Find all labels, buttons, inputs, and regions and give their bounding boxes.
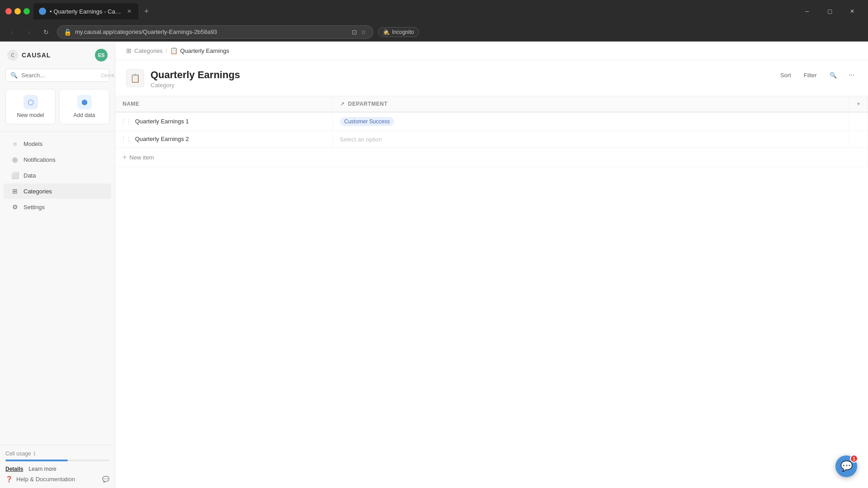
reload-btn[interactable]: ↻ — [40, 26, 52, 38]
categories-label: Categories — [24, 188, 52, 195]
new-item-label: New item — [129, 154, 154, 161]
window-maximize-btn[interactable] — [24, 8, 30, 14]
sidebar-item-categories[interactable]: ⊞ Categories — [4, 183, 111, 199]
current-bc-icon: 📋 — [170, 47, 178, 54]
breadcrumb: ⊞ Categories / 📋 Quarterly Earnings — [115, 42, 868, 60]
row1-department-cell[interactable]: Customer Success — [332, 112, 849, 131]
search-input[interactable] — [21, 72, 97, 79]
learn-more-link[interactable]: Learn more — [28, 466, 56, 472]
main-content: ⊞ Categories / 📋 Quarterly Earnings 📋 Qu… — [115, 42, 868, 488]
filter-btn[interactable]: Filter — [800, 70, 821, 80]
chat-badge: 1 — [850, 455, 858, 463]
win-minimize-btn[interactable]: ─ — [797, 4, 817, 19]
table-row: ⋮⋮ Quarterly Earnings 2 Select an option — [115, 131, 868, 148]
breadcrumb-categories-label: Categories — [134, 47, 163, 54]
row-handle: ⋮⋮ — [123, 118, 130, 125]
help-icon: ❓ — [5, 476, 13, 483]
usage-links: Details Learn more — [5, 466, 109, 472]
table-area: Name ↗ Department + ⋮⋮ — [115, 96, 868, 488]
new-tab-btn[interactable]: + — [140, 5, 153, 18]
info-icon: ℹ — [33, 450, 36, 457]
row2-name: Quarterly Earnings 2 — [135, 136, 189, 142]
cell-usage-label: Cell usage ℹ — [5, 450, 109, 457]
search-bar[interactable]: 🔍 Ctrl+K — [5, 69, 109, 82]
col-department: ↗ Department — [332, 96, 849, 112]
win-close-btn[interactable]: ✕ — [842, 4, 863, 19]
page-title-area: Quarterly Earnings Category — [151, 69, 777, 89]
quick-actions: ⬡ New model ⬢ Add data — [0, 85, 115, 130]
tab-close-btn[interactable]: ✕ — [126, 8, 133, 15]
row2-name-cell[interactable]: ⋮⋮ Quarterly Earnings 2 — [115, 131, 332, 148]
row2-extra-cell — [849, 131, 868, 148]
add-item-row: + New item — [115, 148, 868, 167]
row-handle: ⋮⋮ — [123, 136, 130, 143]
col-add[interactable]: + — [849, 96, 868, 112]
bookmark-icon[interactable]: ☆ — [361, 28, 367, 36]
window-minimize-btn[interactable] — [14, 8, 21, 14]
url-bar[interactable]: 🔒 my.causal.app/categories/Quarterly-Ear… — [57, 25, 373, 39]
settings-label: Settings — [24, 204, 45, 211]
search-shortcut: Ctrl+K — [101, 73, 115, 78]
data-table: Name ↗ Department + ⋮⋮ — [115, 96, 868, 167]
help-row[interactable]: ❓ Help & Documentation 💬 — [5, 472, 109, 483]
chat-btn[interactable]: 💬 1 — [835, 455, 857, 477]
select-placeholder: Select an option — [340, 136, 382, 143]
details-link[interactable]: Details — [5, 466, 23, 472]
new-model-btn[interactable]: ⬡ New model — [5, 89, 56, 124]
add-column-icon[interactable]: + — [857, 101, 860, 107]
add-data-btn[interactable]: ⬢ Add data — [59, 89, 109, 124]
nav-items: ○ Models ◎ Notifications ⬜ Data ⊞ Catego… — [0, 134, 115, 217]
cast-icon[interactable]: ⊡ — [352, 28, 357, 36]
lock-icon: 🔒 — [64, 28, 71, 36]
new-item-btn[interactable]: + New item — [123, 151, 860, 163]
notifications-label: Notifications — [24, 156, 56, 163]
models-label: Models — [24, 141, 42, 147]
search-action-btn[interactable]: 🔍 — [826, 70, 840, 80]
help-label: Help & Documentation — [16, 476, 75, 483]
sort-btn[interactable]: Sort — [777, 70, 795, 80]
more-actions-btn[interactable]: ··· — [846, 69, 857, 81]
tab-title: • Quarterly Earnings - Causal — [50, 8, 122, 15]
incognito-icon: 🕵 — [383, 29, 390, 35]
add-item-cell[interactable]: + New item — [115, 148, 868, 167]
categories-bc-icon: ⊞ — [126, 47, 132, 54]
chat-icon: 💬 — [102, 476, 109, 483]
sidebar: C CAUSAL ES 🔍 Ctrl+K ⬡ New model ⬢ Add d… — [0, 42, 115, 488]
active-tab[interactable]: • Quarterly Earnings - Causal ✕ — [33, 3, 138, 19]
back-btn[interactable]: ‹ — [5, 26, 18, 38]
plus-icon: + — [123, 153, 127, 161]
breadcrumb-categories[interactable]: ⊞ Categories — [126, 47, 163, 54]
logo-area: C CAUSAL — [7, 50, 51, 61]
chat-btn-icon: 💬 — [840, 460, 853, 472]
notifications-icon: ◎ — [11, 155, 19, 164]
logo-icon: C — [7, 50, 18, 61]
sidebar-item-notifications[interactable]: ◎ Notifications — [4, 152, 111, 167]
win-restore-btn[interactable]: ▢ — [819, 4, 840, 19]
page-subtitle: Category — [151, 82, 777, 89]
table-header-row: Name ↗ Department + — [115, 96, 868, 112]
sidebar-item-data[interactable]: ⬜ Data — [4, 168, 111, 183]
row1-name-cell[interactable]: ⋮⋮ Quarterly Earnings 1 — [115, 112, 332, 131]
customer-success-tag[interactable]: Customer Success — [340, 117, 395, 126]
window-close-btn[interactable] — [5, 8, 12, 14]
new-model-icon: ⬡ — [24, 95, 38, 109]
page-icon: 📋 — [126, 69, 144, 87]
incognito-badge[interactable]: 🕵 Incognito — [378, 27, 419, 37]
tab-bar: • Quarterly Earnings - Causal ✕ + — [33, 0, 793, 23]
sidebar-item-settings[interactable]: ⚙ Settings — [4, 199, 111, 215]
row2-department-cell[interactable]: Select an option — [332, 131, 849, 148]
url-text: my.causal.app/categories/Quarterly-Earni… — [75, 28, 348, 35]
col-name: Name — [115, 96, 332, 112]
department-link-icon: ↗ — [340, 101, 345, 107]
address-bar-icons: ⊡ ☆ — [352, 28, 367, 36]
new-model-label: New model — [17, 112, 44, 118]
breadcrumb-current-label: Quarterly Earnings — [180, 47, 229, 54]
tab-favicon — [39, 8, 46, 15]
progress-bar-bg — [5, 460, 109, 461]
sidebar-item-models[interactable]: ○ Models — [4, 136, 111, 151]
avatar[interactable]: ES — [95, 49, 108, 61]
forward-btn[interactable]: › — [23, 26, 35, 38]
data-label: Data — [24, 172, 36, 179]
logo-text: CAUSAL — [22, 52, 51, 59]
app-layout: C CAUSAL ES 🔍 Ctrl+K ⬡ New model ⬢ Add d… — [0, 42, 868, 488]
